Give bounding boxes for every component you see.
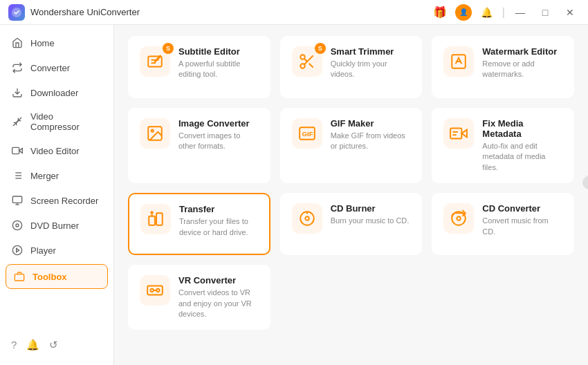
gif-maker-icon-wrap: GIF bbox=[292, 118, 322, 149]
notification-icon[interactable]: 🔔 bbox=[26, 339, 39, 351]
sidebar-dvd-burner-label: DVD Burner bbox=[30, 221, 79, 231]
svg-marker-18 bbox=[17, 248, 19, 252]
sidebar-home-label: Home bbox=[30, 38, 55, 48]
smart-trimmer-icon-wrap: S bbox=[292, 46, 322, 77]
svg-point-15 bbox=[12, 221, 21, 230]
sidebar-item-player[interactable]: Player bbox=[0, 238, 113, 263]
sidebar-item-video-compressor[interactable]: Video Compressor bbox=[0, 105, 113, 138]
minimize-button[interactable]: — bbox=[511, 3, 530, 22]
sidebar-screen-recorder-label: Screen Recorder bbox=[30, 196, 98, 206]
cd-converter-info: CD ConverterConvert music from CD. bbox=[482, 203, 562, 237]
svg-rect-5 bbox=[12, 147, 19, 153]
sidebar-player-label: Player bbox=[30, 245, 56, 256]
transfer-name: Transfer bbox=[179, 204, 258, 214]
vr-converter-icon-wrap bbox=[140, 275, 170, 306]
smart-trimmer-badge: S bbox=[315, 43, 326, 54]
cd-burner-info: CD BurnerBurn your music to CD. bbox=[331, 203, 411, 226]
tool-card-smart-trimmer[interactable]: SSmart TrimmerQuickly trim your videos. bbox=[280, 36, 423, 98]
smart-trimmer-desc: Quickly trim your videos. bbox=[331, 59, 411, 80]
smart-trimmer-name: Smart Trimmer bbox=[331, 46, 411, 57]
smart-trimmer-info: Smart TrimmerQuickly trim your videos. bbox=[331, 46, 411, 80]
user-avatar[interactable]: 👤 bbox=[455, 4, 472, 21]
svg-rect-40 bbox=[156, 214, 163, 225]
tool-card-vr-converter[interactable]: VR ConverterConvert videos to VR and enj… bbox=[128, 265, 270, 330]
svg-point-16 bbox=[16, 224, 19, 227]
subtitle-editor-info: Subtitle EditorA powerful subtitle editi… bbox=[178, 46, 259, 80]
svg-point-43 bbox=[305, 216, 309, 220]
gif-maker-info: GIF MakerMake GIF from videos or picture… bbox=[331, 118, 411, 152]
downloader-icon bbox=[11, 86, 24, 99]
app-title: Wondershare UniConverter bbox=[30, 7, 140, 17]
gift-icon[interactable]: 🎁 bbox=[430, 3, 450, 22]
bell-icon[interactable]: 🔔 bbox=[477, 3, 497, 22]
title-bar: Wondershare UniConverter 🎁 👤 🔔 | — □ ✕ bbox=[0, 0, 588, 25]
transfer-icon-wrap bbox=[140, 204, 171, 234]
video-editor-icon bbox=[11, 144, 24, 157]
tool-card-cd-burner[interactable]: CD BurnerBurn your music to CD. bbox=[280, 193, 423, 255]
transfer-info: TransferTransfer your files to device or… bbox=[179, 204, 258, 238]
svg-point-48 bbox=[156, 289, 159, 292]
content-area: SSubtitle EditorA powerful subtitle edit… bbox=[114, 25, 588, 365]
sidebar-item-home[interactable]: Home bbox=[0, 30, 113, 55]
home-icon bbox=[11, 37, 24, 49]
divider: | bbox=[502, 6, 505, 19]
watermark-editor-desc: Remove or add watermarks. bbox=[482, 59, 562, 80]
svg-marker-35 bbox=[462, 130, 468, 138]
subtitle-editor-name: Subtitle Editor bbox=[178, 46, 259, 57]
tool-card-image-converter[interactable]: Image ConverterConvert images to other f… bbox=[128, 108, 270, 183]
fix-media-metadata-desc: Auto-fix and edit metadata of media file… bbox=[482, 141, 562, 173]
svg-line-27 bbox=[309, 64, 313, 68]
maximize-button[interactable]: □ bbox=[535, 3, 555, 22]
merger-icon bbox=[11, 169, 24, 182]
sidebar-item-converter[interactable]: Converter bbox=[0, 55, 113, 80]
sidebar-item-merger[interactable]: Merger bbox=[0, 163, 113, 188]
tool-card-gif-maker[interactable]: GIF GIF MakerMake GIF from videos or pic… bbox=[280, 108, 423, 183]
cd-burner-icon-wrap bbox=[292, 203, 322, 234]
subtitle-editor-icon-wrap: S bbox=[140, 46, 170, 77]
svg-line-28 bbox=[304, 59, 306, 62]
video-compressor-icon bbox=[11, 115, 24, 128]
sidebar-downloader-label: Downloader bbox=[30, 88, 78, 98]
watermark-editor-info: Watermark EditorRemove or add watermarks… bbox=[482, 46, 562, 80]
watermark-editor-icon-wrap bbox=[443, 46, 474, 77]
svg-point-46 bbox=[457, 216, 461, 220]
tool-card-transfer[interactable]: TransferTransfer your files to device or… bbox=[128, 193, 270, 255]
gif-maker-name: GIF Maker bbox=[331, 118, 411, 129]
tool-card-fix-media-metadata[interactable]: Fix Media MetadataAuto-fix and edit meta… bbox=[432, 108, 574, 183]
tool-card-cd-converter[interactable]: CD ConverterConvert music from CD. bbox=[432, 193, 574, 255]
sidebar-item-toolbox[interactable]: Toolbox bbox=[6, 264, 108, 289]
sidebar-toolbox-label: Toolbox bbox=[33, 272, 67, 282]
feedback-icon[interactable]: ↺ bbox=[49, 339, 58, 351]
help-icon[interactable]: ? bbox=[11, 339, 17, 351]
close-button[interactable]: ✕ bbox=[560, 3, 580, 22]
tool-card-subtitle-editor[interactable]: SSubtitle EditorA powerful subtitle edit… bbox=[128, 36, 270, 98]
sidebar-item-downloader[interactable]: Downloader bbox=[0, 80, 113, 105]
sidebar-video-editor-label: Video Editor bbox=[30, 146, 80, 156]
tools-grid: SSubtitle EditorA powerful subtitle edit… bbox=[128, 36, 574, 330]
tool-card-watermark-editor[interactable]: Watermark EditorRemove or add watermarks… bbox=[432, 36, 574, 98]
image-converter-icon-wrap bbox=[140, 118, 170, 149]
fix-media-metadata-info: Fix Media MetadataAuto-fix and edit meta… bbox=[482, 118, 562, 173]
title-bar-controls: 🎁 👤 🔔 | — □ ✕ bbox=[430, 3, 580, 22]
main-layout: Home Converter Downloader bbox=[0, 25, 588, 365]
sidebar-item-video-editor[interactable]: Video Editor bbox=[0, 138, 113, 163]
svg-point-47 bbox=[151, 289, 154, 292]
image-converter-name: Image Converter bbox=[178, 118, 259, 129]
sidebar-item-screen-recorder[interactable]: Screen Recorder bbox=[0, 188, 113, 213]
svg-line-3 bbox=[13, 121, 18, 126]
fix-media-metadata-name: Fix Media Metadata bbox=[482, 118, 562, 139]
cd-burner-name: CD Burner bbox=[331, 203, 411, 214]
svg-rect-19 bbox=[15, 274, 24, 281]
sidebar-item-dvd-burner[interactable]: DVD Burner bbox=[0, 213, 113, 238]
subtitle-editor-desc: A powerful subtitle editing tool. bbox=[178, 59, 259, 80]
toolbox-icon bbox=[13, 270, 26, 283]
cd-burner-desc: Burn your music to CD. bbox=[331, 216, 411, 226]
cd-converter-icon-wrap bbox=[443, 203, 474, 234]
app-logo bbox=[8, 4, 25, 21]
svg-point-24 bbox=[300, 55, 305, 59]
converter-icon bbox=[11, 62, 24, 74]
svg-text:GIF: GIF bbox=[302, 130, 313, 138]
watermark-editor-name: Watermark Editor bbox=[482, 46, 562, 57]
transfer-desc: Transfer your files to device or hard dr… bbox=[179, 216, 258, 238]
gif-maker-desc: Make GIF from videos or pictures. bbox=[331, 131, 411, 152]
